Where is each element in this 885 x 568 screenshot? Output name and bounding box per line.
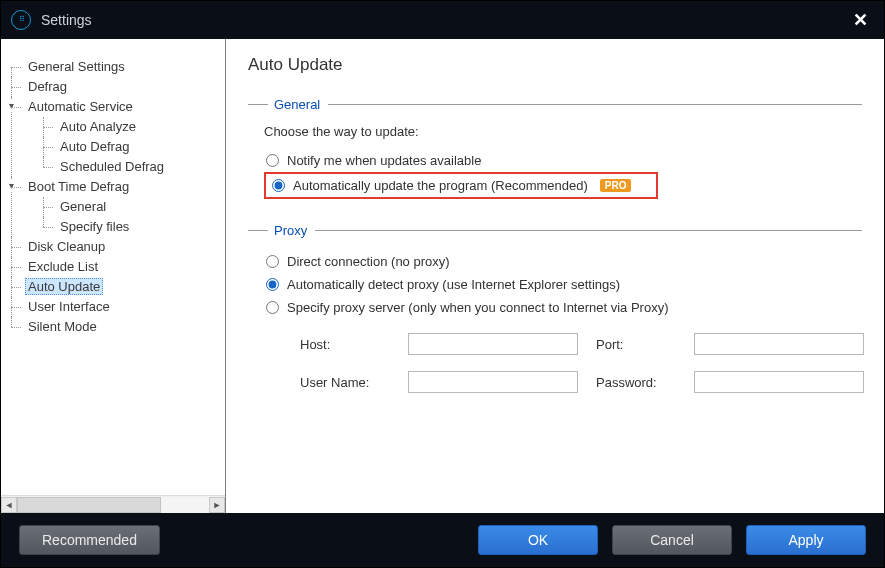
tree-item-disk-cleanup[interactable]: Disk Cleanup xyxy=(25,239,108,254)
chevron-down-icon[interactable]: ▾ xyxy=(5,180,17,192)
footer: Recommended OK Cancel Apply xyxy=(1,513,884,567)
radio-notify-updates-label: Notify me when updates available xyxy=(287,153,481,168)
tree-item-auto-update[interactable]: Auto Update xyxy=(25,278,103,295)
tree-item-boot-time-defrag[interactable]: Boot Time Defrag xyxy=(25,179,132,194)
proxy-host-input[interactable] xyxy=(408,333,578,355)
tree-item-general-settings[interactable]: General Settings xyxy=(25,59,128,74)
radio-notify-updates[interactable] xyxy=(266,154,279,167)
window-title: Settings xyxy=(41,12,92,28)
radio-proxy-specify-label: Specify proxy server (only when you conn… xyxy=(287,300,669,315)
proxy-user-label: User Name: xyxy=(300,375,390,390)
proxy-user-input[interactable] xyxy=(408,371,578,393)
radio-auto-update[interactable] xyxy=(272,179,285,192)
proxy-host-label: Host: xyxy=(300,337,390,352)
highlight-auto-update: Automatically update the program (Recomm… xyxy=(264,172,658,199)
scrollbar-thumb[interactable] xyxy=(17,497,161,513)
group-header-proxy: Proxy xyxy=(248,223,862,238)
tree-item-auto-defrag[interactable]: Auto Defrag xyxy=(57,139,132,154)
close-button[interactable]: ✕ xyxy=(847,5,874,35)
proxy-port-input[interactable] xyxy=(694,333,864,355)
group-header-general: General xyxy=(248,97,862,112)
tree-item-user-interface[interactable]: User Interface xyxy=(25,299,113,314)
pro-badge: PRO xyxy=(600,179,632,192)
app-logo-icon: ⠿ xyxy=(11,10,31,30)
proxy-pass-input[interactable] xyxy=(694,371,864,393)
sidebar: General Settings Defrag ▾ Automatic Serv… xyxy=(1,39,226,513)
update-mode-lead: Choose the way to update: xyxy=(264,124,862,139)
content-pane: Auto Update General Choose the way to up… xyxy=(226,39,884,513)
radio-proxy-direct[interactable] xyxy=(266,255,279,268)
radio-auto-update-label: Automatically update the program (Recomm… xyxy=(293,178,588,193)
tree-item-boot-general[interactable]: General xyxy=(57,199,109,214)
sidebar-horizontal-scrollbar[interactable]: ◄ ► xyxy=(1,495,225,513)
radio-proxy-direct-label: Direct connection (no proxy) xyxy=(287,254,450,269)
tree-item-defrag[interactable]: Defrag xyxy=(25,79,70,94)
cancel-button[interactable]: Cancel xyxy=(612,525,732,555)
ok-button[interactable]: OK xyxy=(478,525,598,555)
chevron-down-icon[interactable]: ▾ xyxy=(5,100,17,112)
tree-item-auto-analyze[interactable]: Auto Analyze xyxy=(57,119,139,134)
proxy-pass-label: Password: xyxy=(596,375,676,390)
titlebar: ⠿ Settings ✕ xyxy=(1,1,884,39)
tree-item-scheduled-defrag[interactable]: Scheduled Defrag xyxy=(57,159,167,174)
apply-button[interactable]: Apply xyxy=(746,525,866,555)
scroll-right-icon[interactable]: ► xyxy=(209,497,225,513)
scroll-left-icon[interactable]: ◄ xyxy=(1,497,17,513)
radio-proxy-specify[interactable] xyxy=(266,301,279,314)
tree-item-exclude-list[interactable]: Exclude List xyxy=(25,259,101,274)
tree-item-automatic-service[interactable]: Automatic Service xyxy=(25,99,136,114)
group-legend-proxy: Proxy xyxy=(274,223,307,238)
recommended-button[interactable]: Recommended xyxy=(19,525,160,555)
radio-proxy-auto-label: Automatically detect proxy (use Internet… xyxy=(287,277,620,292)
settings-window: ⠿ Settings ✕ General Settings Defrag ▾ A… xyxy=(0,0,885,568)
tree-item-silent-mode[interactable]: Silent Mode xyxy=(25,319,100,334)
tree-item-specify-files[interactable]: Specify files xyxy=(57,219,132,234)
radio-proxy-auto[interactable] xyxy=(266,278,279,291)
page-title: Auto Update xyxy=(248,55,862,75)
settings-tree: General Settings Defrag ▾ Automatic Serv… xyxy=(1,39,225,495)
proxy-port-label: Port: xyxy=(596,337,676,352)
group-legend-general: General xyxy=(274,97,320,112)
